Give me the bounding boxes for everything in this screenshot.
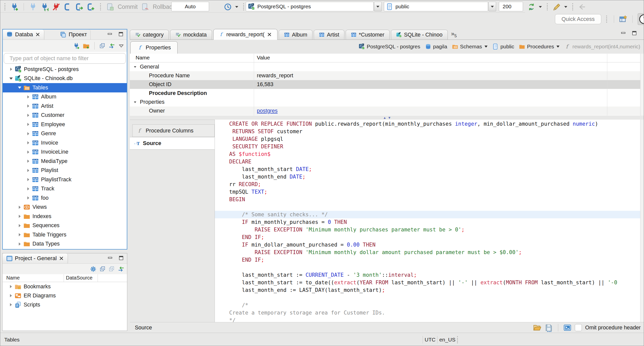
connect-plug-icon[interactable]: [29, 3, 37, 11]
breadcrumb-item-postgresql-postgres[interactable]: PostgreSQL - postgres: [359, 44, 420, 50]
chevron-down-icon[interactable]: [564, 6, 567, 8]
editor-tab-category[interactable]: category: [130, 30, 169, 40]
list-item-scripts[interactable]: Scripts: [3, 300, 127, 309]
rollback-button[interactable]: Rollback: [141, 3, 175, 11]
section-tab-procedure-columns[interactable]: fProcedure Columns: [132, 124, 215, 137]
property-row-properties[interactable]: Properties: [130, 98, 644, 107]
omit-procedure-header-checkbox[interactable]: [575, 324, 582, 331]
close-icon[interactable]: [59, 256, 64, 261]
editor-tab-sqlite-chinoo[interactable]: SQLite - Chinoo: [391, 30, 448, 40]
chevron-down-icon[interactable]: [133, 65, 137, 69]
column-divider[interactable]: [254, 54, 254, 116]
fetch-size-field[interactable]: 200: [499, 2, 523, 11]
chevron-right-icon[interactable]: [24, 113, 32, 118]
tree-item-views[interactable]: Views: [3, 203, 127, 212]
editor-tab-mockdata[interactable]: mockdata: [170, 30, 212, 40]
column-divider[interactable]: [64, 274, 64, 282]
chevron-right-icon[interactable]: [24, 177, 32, 182]
column-value[interactable]: Value: [257, 55, 270, 61]
chevron-down-icon[interactable]: [539, 6, 542, 8]
collapse-all-icon[interactable]: [100, 266, 106, 272]
link-with-editor-icon[interactable]: [118, 266, 125, 272]
editor-tab-rewards-report[interactable]: frewards_report(: [213, 29, 278, 40]
tree-item-invoice[interactable]: Invoice: [3, 138, 127, 148]
breadcrumb-item-schemas[interactable]: Schemas: [452, 44, 488, 50]
dbeaver-perspective-icon[interactable]: [638, 13, 644, 25]
tree-item-indexes[interactable]: Indexes: [3, 212, 127, 221]
status-drag-handle[interactable]: [457, 336, 458, 343]
chevron-right-icon[interactable]: [7, 293, 15, 298]
chevron-down-icon[interactable]: [133, 100, 137, 104]
column-datasource[interactable]: DataSource: [66, 275, 93, 281]
connection-combo-dropdown[interactable]: [374, 2, 382, 11]
commit-button[interactable]: Commit: [106, 3, 138, 11]
link-with-editor-icon[interactable]: [108, 43, 115, 49]
schema-combo[interactable]: public: [384, 2, 488, 11]
transaction-add-icon[interactable]: [87, 3, 95, 11]
breadcrumb-item-public[interactable]: public: [492, 44, 514, 50]
chevron-right-icon[interactable]: [16, 223, 23, 228]
locale-label[interactable]: en_US: [439, 337, 455, 343]
tree-item-tables[interactable]: Tables: [3, 83, 127, 92]
chevron-right-icon[interactable]: [7, 67, 15, 72]
save-to-file-icon[interactable]: [545, 324, 553, 332]
tree-item-mediatype[interactable]: MediaType: [3, 157, 127, 166]
list-item-er-diagrams[interactable]: ER Diagrams: [3, 291, 127, 300]
tree-item-postgresql-postgres[interactable]: PostgreSQL - postgres: [3, 65, 127, 74]
project-items[interactable]: BookmarksER DiagramsScripts: [3, 282, 127, 309]
maximize-icon[interactable]: [632, 30, 637, 36]
chevron-right-icon[interactable]: [24, 122, 32, 127]
close-icon[interactable]: [267, 32, 272, 37]
close-icon[interactable]: [35, 32, 41, 37]
chevron-right-icon[interactable]: [24, 159, 32, 164]
scrollbar[interactable]: [640, 120, 644, 322]
new-connection-icon[interactable]: [73, 43, 80, 49]
column-name[interactable]: Name: [136, 55, 150, 61]
editor-tab-artist[interactable]: Artist: [314, 30, 344, 40]
tree-item-artist[interactable]: Artist: [3, 101, 127, 111]
column-divider[interactable]: [607, 54, 607, 116]
transaction-end-icon[interactable]: [75, 3, 84, 11]
chevron-right-icon[interactable]: [16, 232, 23, 237]
chevron-down-icon[interactable]: [7, 76, 15, 81]
column-name[interactable]: Name: [6, 275, 20, 281]
commit-mode-combo[interactable]: Auto: [171, 2, 209, 11]
back-navigation-icon[interactable]: [578, 3, 586, 11]
gear-icon[interactable]: [90, 266, 97, 272]
timezone-label[interactable]: UTC: [425, 337, 435, 343]
tab-properties[interactable]: f Properties: [130, 41, 178, 54]
schema-combo-dropdown[interactable]: [489, 2, 496, 11]
tree-item-table-triggers[interactable]: Table Triggers: [3, 230, 127, 239]
chevron-down-icon[interactable]: [556, 46, 559, 48]
toolbar-drag-handle[interactable]: [243, 3, 244, 10]
tree-item-genre[interactable]: Genre: [3, 129, 127, 139]
new-connection-icon[interactable]: [10, 3, 19, 11]
tree-item-invoiceline[interactable]: InvoiceLine: [3, 148, 127, 157]
chevron-right-icon[interactable]: [16, 241, 23, 247]
maximize-icon[interactable]: [118, 255, 124, 261]
property-row-owner[interactable]: Ownerpostgres: [130, 107, 644, 115]
breadcrumb-item-rewards-report-int4-numeric[interactable]: frewards_report(int4,numeric): [564, 44, 640, 50]
transaction-log-icon[interactable]: [64, 3, 72, 11]
chevron-down-icon[interactable]: [16, 85, 23, 90]
chevron-down-icon[interactable]: [485, 46, 488, 48]
splitter-down-icon[interactable]: ▼: [388, 116, 391, 120]
disconnect-plug-icon[interactable]: [52, 3, 60, 11]
tree-item-sequences[interactable]: Sequences: [3, 221, 127, 230]
transaction-history-icon[interactable]: [224, 3, 232, 11]
property-row-object-id[interactable]: Object ID16,583: [130, 80, 644, 89]
navigator-tree[interactable]: PostgreSQL - postgresSQLite - Chinook.db…: [3, 65, 127, 249]
scrollbar[interactable]: [640, 54, 644, 116]
object-filter-input[interactable]: [4, 53, 126, 64]
load-from-file-icon[interactable]: [533, 324, 541, 332]
tree-item-playlist[interactable]: Playlist: [3, 166, 127, 175]
chevron-right-icon[interactable]: [16, 214, 23, 219]
section-tab-source[interactable]: ‹›TSource: [130, 137, 215, 150]
toolbar-drag-handle[interactable]: [606, 16, 607, 23]
breadcrumb-item-procedures[interactable]: Procedures: [519, 44, 559, 50]
open-console-icon[interactable]: [563, 324, 572, 332]
connection-combo[interactable]: PostgreSQL - postgres: [246, 2, 374, 11]
expand-all-icon[interactable]: [109, 266, 115, 272]
editor-tab-album[interactable]: Album: [279, 30, 312, 40]
refresh-icon[interactable]: [527, 3, 536, 11]
